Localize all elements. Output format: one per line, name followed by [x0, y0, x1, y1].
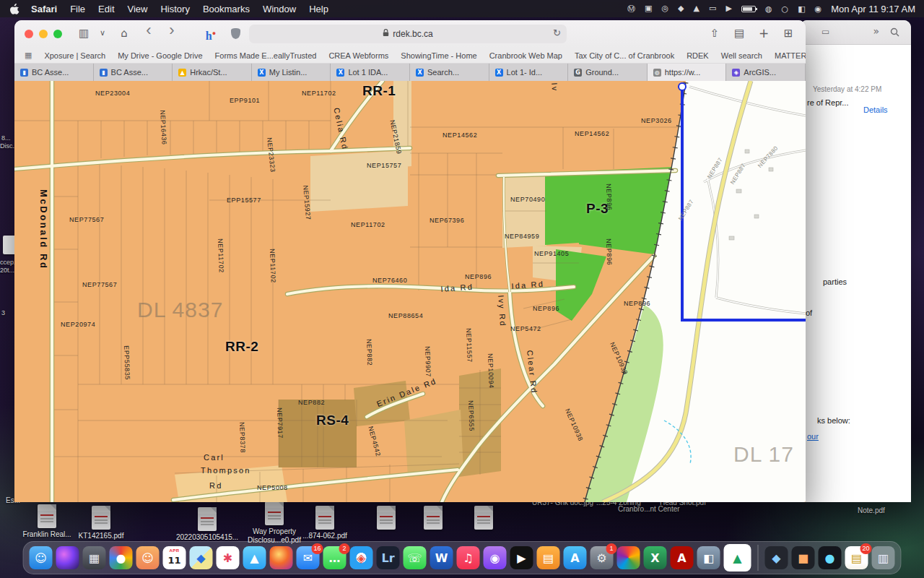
dock-item-facetime[interactable]: ☏	[404, 546, 427, 569]
copies-icon[interactable]: ▤	[731, 25, 748, 41]
dock-item-google-drive[interactable]: ▲	[724, 544, 751, 571]
dock-item-finder[interactable]: ☺	[30, 546, 53, 569]
address-bar[interactable]: rdek.bc.ca ↻	[249, 25, 567, 43]
new-tab-icon[interactable]: +	[755, 25, 772, 41]
dock-item-messages[interactable]: …2	[323, 546, 346, 569]
dock-item-calendar[interactable]: 11APR	[163, 546, 186, 569]
menu-item-history[interactable]: History	[160, 4, 189, 14]
battery-icon[interactable]	[741, 6, 756, 12]
desktop-file[interactable]: Franklin Real...	[16, 504, 78, 539]
dock-item-siri[interactable]	[56, 546, 79, 569]
bookmark-item[interactable]: ShowingTime - Home	[401, 51, 476, 60]
browser-tab[interactable]: ◍https://w...	[648, 64, 727, 81]
dock-item-excel[interactable]: X	[644, 546, 667, 569]
dock-item-paper-plane-blue[interactable]: ▲	[243, 546, 266, 569]
browser-tab[interactable]: XMy Listin...	[252, 64, 331, 81]
bookmark-item[interactable]: CREA Webforms	[328, 51, 388, 60]
home-icon[interactable]: ⌂	[116, 25, 133, 41]
bookmark-item[interactable]: Cranbrook Web Map	[489, 51, 562, 60]
share-icon[interactable]: ⇧	[706, 25, 723, 41]
shield-extension-icon[interactable]	[231, 28, 240, 39]
bookmark-item[interactable]: Tax City of C... of Cranbrook	[575, 51, 674, 60]
dock-item-slate-app[interactable]: ◧	[697, 546, 720, 569]
sidebar-toggle-icon[interactable]: ▥	[75, 25, 92, 41]
bookmark-item[interactable]: RDEK	[687, 51, 709, 60]
menu-clock[interactable]: Mon Apr 11 9:17 AM	[831, 4, 915, 14]
dock-item-trash[interactable]: ▥	[872, 546, 895, 569]
menu-item-bookmarks[interactable]: Bookmarks	[203, 4, 250, 14]
siri-icon[interactable]: ◉	[815, 4, 822, 14]
menu-app-name[interactable]: Safari	[31, 4, 57, 14]
dock-item-dark-app-b[interactable]: ■	[792, 546, 815, 569]
bookmark-item[interactable]: Xposure | Search	[44, 51, 105, 60]
file-label[interactable]: Note.pdf	[858, 506, 885, 515]
bookmark-item[interactable]: My Drive - Google Drive	[118, 51, 202, 60]
dock-item-launchpad[interactable]: ▦	[83, 546, 106, 569]
browser-tab[interactable]: XSearch...	[410, 64, 489, 81]
dock-item-chrome[interactable]: ●	[110, 546, 133, 569]
menu-item-window[interactable]: Window	[263, 4, 296, 14]
control-center-icon[interactable]: ◧	[798, 4, 805, 14]
dock-item-app-orange[interactable]: ☺	[136, 546, 160, 569]
browser-tab[interactable]: GGround...	[568, 64, 648, 81]
bookmark-item[interactable]: Forms Made E...eallyTrusted	[215, 51, 317, 60]
houzz-extension-icon[interactable]: h●	[202, 25, 219, 44]
dock-item-acrobat[interactable]: A	[671, 546, 694, 569]
forward-button[interactable]: ›	[163, 22, 180, 38]
display-icon[interactable]: ▭	[709, 4, 716, 14]
menu-item-view[interactable]: View	[128, 4, 148, 14]
zoom-button[interactable]	[53, 30, 62, 38]
dock-item-appstore[interactable]: A	[564, 546, 587, 569]
dock-item-dark-app-c[interactable]: ●	[819, 546, 842, 569]
mail-text-fragment[interactable]: Details	[863, 105, 888, 114]
airplay-icon[interactable]: ▲	[694, 4, 699, 14]
search-icon[interactable]	[890, 27, 899, 40]
dock-item-safari[interactable]: ◈	[350, 546, 373, 569]
flag-icon[interactable]: ▭	[821, 27, 829, 37]
desktop-file[interactable]	[453, 506, 515, 530]
tab-overview-icon[interactable]: ⊞	[780, 25, 797, 41]
menu-item-help[interactable]: Help	[309, 4, 328, 14]
bookmark-item[interactable]: Well search	[721, 51, 762, 60]
wifi-icon[interactable]: ◍	[765, 4, 772, 14]
browser-tab[interactable]: ▮BC Asse...	[14, 64, 94, 81]
desktop-file[interactable]: 20220305105415...	[176, 507, 238, 542]
dock-item-color-orb[interactable]	[270, 546, 293, 569]
dock-item-maps[interactable]: ◆	[190, 546, 213, 569]
dock-item-books[interactable]: ▤	[537, 546, 560, 569]
browser-tab[interactable]: ◈ArcGIS...	[726, 64, 806, 81]
menu-item-file[interactable]: File	[70, 4, 85, 14]
menu-item-edit[interactable]: Edit	[98, 4, 114, 14]
back-button[interactable]: ‹	[140, 22, 157, 38]
dock-item-music[interactable]: ♫	[457, 546, 480, 569]
browser-tab[interactable]: ▮BC Asse...	[94, 64, 173, 81]
browser-tab[interactable]: ▲Hrkac/St...	[173, 64, 252, 81]
zoning-map[interactable]: RR-1P-3RR-2RS-4DL 4837DL 17McDonald RdCe…	[14, 81, 806, 502]
extension-icon[interactable]: ◆	[678, 4, 684, 14]
dock-item-photos[interactable]: ✱	[217, 546, 240, 569]
dock-item-notes[interactable]: ▤20	[845, 546, 868, 569]
m-circle-icon[interactable]: Ⓜ	[627, 4, 635, 14]
browser-tab[interactable]: XLot 1- Id...	[489, 64, 569, 81]
dock-item-lightroom[interactable]: Lr	[377, 546, 400, 569]
dock-item-podcasts[interactable]: ◉	[484, 546, 507, 569]
browser-icon[interactable]: ◎	[662, 4, 669, 14]
reload-icon[interactable]: ↻	[553, 27, 561, 38]
play-icon[interactable]: ▶	[725, 4, 731, 14]
dock-item-dark-app-a[interactable]: ◆	[765, 546, 788, 569]
apple-menu-icon[interactable]	[10, 4, 19, 14]
mail-window[interactable]: ▭ » Yesterday at 4:22 PMre of Repr...Det…	[800, 20, 911, 502]
chevron-down-icon[interactable]: ∨	[94, 25, 111, 41]
dock-item-mail[interactable]: ✉16	[297, 546, 320, 569]
overflow-icon[interactable]: »	[873, 25, 879, 37]
minimize-button[interactable]	[39, 30, 48, 38]
screenshot-icon[interactable]: ▣	[645, 4, 652, 14]
favorites-grid-icon[interactable]: ▦	[25, 51, 32, 60]
mail-text-fragment[interactable]: our	[807, 432, 819, 441]
dock-item-color-wheel[interactable]	[617, 546, 640, 569]
desktop-file[interactable]: ...874-062.pdf	[294, 506, 356, 540]
desktop-file[interactable]: KT142165.pdf	[70, 506, 132, 540]
dock-item-tv[interactable]: ▶	[510, 546, 533, 569]
bookmark-item[interactable]: MATTERPORT	[775, 51, 806, 60]
spotlight-icon[interactable]: ○	[782, 4, 789, 14]
